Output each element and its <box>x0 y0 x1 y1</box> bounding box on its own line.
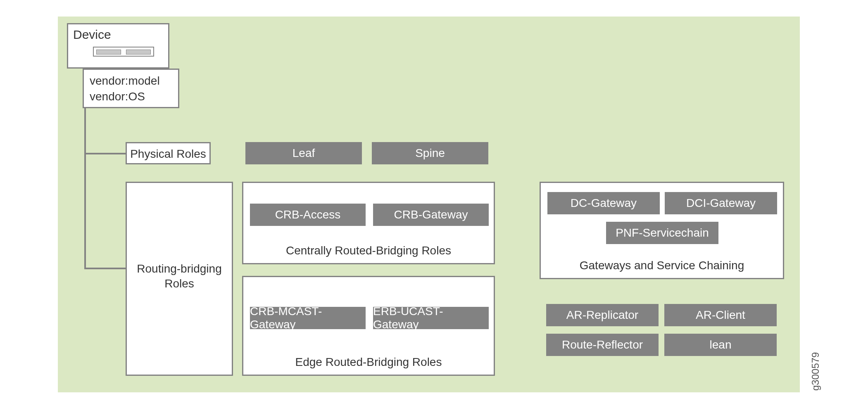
physical-roles-box: Physical Roles <box>126 142 211 164</box>
crb-gateway-text: CRB-Gateway <box>394 208 468 221</box>
ar-replicator-text: AR-Replicator <box>566 308 638 322</box>
crb-group-box: CRB-Access CRB-Gateway Centrally Routed-… <box>242 182 495 264</box>
spine-text: Spine <box>415 147 445 160</box>
vendor-os-text: vendor:OS <box>90 89 160 104</box>
ar-client-chip: AR-Client <box>664 304 777 326</box>
server-slot-left <box>96 50 121 55</box>
dc-gateway-text: DC-Gateway <box>571 197 637 210</box>
erb-footer: Edge Routed-Bridging Roles <box>243 356 494 369</box>
routing-bridging-label: Routing-bridging Roles <box>127 261 232 292</box>
spine-role-chip: Spine <box>372 142 488 164</box>
dc-gateway-chip: DC-Gateway <box>547 192 660 214</box>
server-slot-right <box>126 50 151 55</box>
rb-line2: Roles <box>164 277 194 290</box>
connector-to-physical-roles <box>84 153 126 154</box>
device-box: Device <box>67 23 169 69</box>
crb-mcast-chip: CRB-MCAST-Gateway <box>250 307 366 329</box>
route-reflector-text: Route-Reflector <box>562 338 643 351</box>
connector-to-routing-bridging <box>84 268 126 269</box>
crb-gateway-chip: CRB-Gateway <box>373 204 489 226</box>
crb-mcast-text: CRB-MCAST-Gateway <box>250 305 366 331</box>
gateways-group-box: DC-Gateway DCI-Gateway PNF-Servicechain … <box>540 182 784 279</box>
dci-gateway-text: DCI-Gateway <box>686 197 756 210</box>
ar-client-text: AR-Client <box>696 308 745 322</box>
erb-ucast-text: ERB-UCAST-Gateway <box>373 305 489 331</box>
leaf-role-chip: Leaf <box>245 142 362 164</box>
lean-chip: lean <box>664 334 777 356</box>
physical-roles-label: Physical Roles <box>127 147 209 161</box>
device-title: Device <box>73 28 111 42</box>
gateways-footer: Gateways and Service Chaining <box>541 259 783 272</box>
erb-group-box: CRB-MCAST-Gateway ERB-UCAST-Gateway Edge… <box>242 276 495 376</box>
pnf-servicechain-text: PNF-Servicechain <box>616 226 709 240</box>
crb-access-text: CRB-Access <box>275 208 341 221</box>
image-id-label: g300579 <box>810 352 821 391</box>
server-icon <box>93 47 154 57</box>
erb-ucast-chip: ERB-UCAST-Gateway <box>373 307 489 329</box>
vendor-model-text: vendor:model <box>90 73 160 89</box>
crb-footer: Centrally Routed-Bridging Roles <box>243 244 494 257</box>
connector-vertical <box>84 108 86 268</box>
route-reflector-chip: Route-Reflector <box>546 334 659 356</box>
lean-text: lean <box>710 338 732 351</box>
diagram-canvas: Device vendor:model vendor:OS Physical R… <box>58 17 800 392</box>
vendor-box: vendor:model vendor:OS <box>83 69 179 108</box>
vendor-lines: vendor:model vendor:OS <box>90 73 160 104</box>
rb-line1: Routing-bridging <box>137 262 221 275</box>
pnf-servicechain-chip: PNF-Servicechain <box>606 222 718 244</box>
dci-gateway-chip: DCI-Gateway <box>665 192 777 214</box>
leaf-text: Leaf <box>293 147 315 160</box>
ar-replicator-chip: AR-Replicator <box>546 304 659 326</box>
crb-access-chip: CRB-Access <box>250 204 366 226</box>
routing-bridging-box: Routing-bridging Roles <box>126 182 233 376</box>
